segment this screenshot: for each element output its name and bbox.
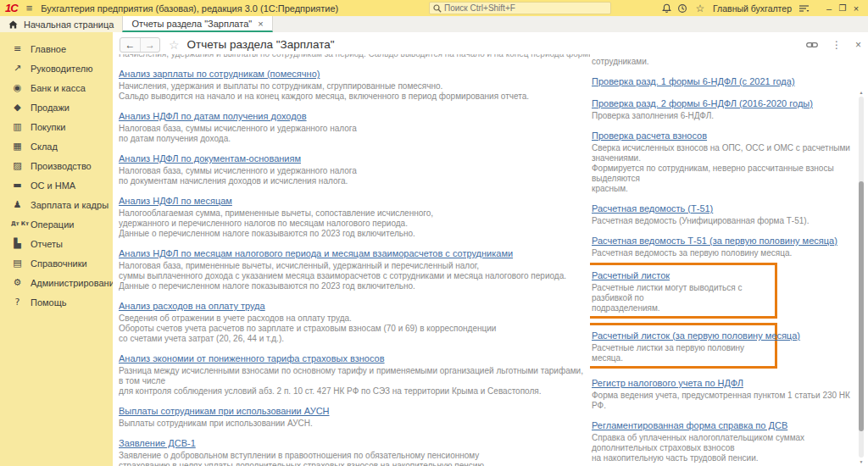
section-sidebar: ≡ Главное ↗ Руководителю ◉ Банк и касса … (0, 32, 113, 466)
report-entry: Проверка расчета взносов Сверка исчислен… (592, 127, 856, 194)
report-link[interactable]: Анализ НДФЛ по датам получения доходов (119, 111, 307, 122)
report-link[interactable]: Расчетный листок (592, 270, 670, 281)
bar-chart-icon: ▙ (11, 238, 24, 249)
report-entry: Заявление ДСВ-1 Заявление о добровольном… (119, 435, 590, 466)
service-menu-icon[interactable] (798, 4, 814, 13)
report-description: Налоговая база, суммы исчисленного и уде… (119, 124, 590, 144)
grid-boxes-icon: ▦ (11, 141, 24, 152)
maximize-button[interactable]: ❐ (836, 3, 849, 13)
report-description: Налогооблагаемая сумма, примененные выче… (119, 208, 590, 239)
report-link[interactable]: Проверка разд. 2 формы 6-НДФЛ (2016-2020… (592, 98, 813, 109)
report-link[interactable]: Анализ НДФЛ по документам-основаниям (119, 153, 301, 164)
favorites-star-icon[interactable]: ☆ (693, 3, 708, 14)
tab-bar: Начальная страница Отчеты раздела "Зарпл… (0, 16, 868, 33)
report-description: Расчетная ведомость за первую половину м… (592, 248, 856, 258)
window-close-button[interactable]: × (849, 3, 863, 14)
sidebar-item-label: Продажи (31, 103, 70, 113)
book-icon: ▤ (11, 258, 24, 269)
report-description: Форма ведения учета, предусмотренная пун… (592, 391, 856, 411)
report-link[interactable]: Анализ экономии от пониженного тарифа ст… (119, 353, 385, 364)
sidebar-item-reports[interactable]: ▙ Отчеты (0, 234, 113, 253)
report-column-left: Начисления, удержания и выплаты по сотру… (119, 54, 590, 466)
report-description: Налоговая база, примененные вычеты, исчи… (119, 261, 590, 291)
report-entry: Регламентированная форма справка по ДСВ … (592, 417, 856, 463)
sidebar-item-fixed-assets[interactable]: ▬ ОС и НМА (0, 175, 113, 195)
report-entry: Расчетный листок (за первую половину мес… (590, 323, 777, 369)
sidebar-item-salary-hr[interactable]: ♟ Зарплата и кадры (0, 195, 113, 214)
report-description: Налоговая база, суммы исчисленного и уде… (119, 166, 590, 186)
report-link[interactable]: Анализ зарплаты по сотрудникам (помесячн… (119, 69, 320, 80)
search-input[interactable] (444, 3, 607, 13)
report-link[interactable]: Выплаты сотрудникам при использовании АУ… (119, 406, 330, 417)
scroll-up-icon[interactable]: ▲ (859, 90, 864, 95)
scrollbar-track[interactable] (859, 97, 864, 458)
coin-icon: ◉ (11, 82, 24, 93)
report-link[interactable]: Проверка разд. 1 формы 6-НДФЛ (с 2021 го… (592, 76, 795, 87)
back-button[interactable]: ← (120, 38, 140, 52)
favorite-star-icon[interactable]: ☆ (169, 38, 180, 52)
sidebar-item-production[interactable]: ▨ Производство (0, 156, 113, 175)
report-description: Сверка исчисленных взносов на ОПС, ОСС и… (592, 143, 856, 194)
clipped-description-line: Начисления, удержания и выплаты по сотру… (119, 54, 590, 61)
cart-icon: ▥ (11, 121, 24, 132)
form-close-icon[interactable]: × (855, 39, 861, 51)
report-description: Начисления, удержания и выплаты по сотру… (119, 81, 590, 102)
sidebar-item-main[interactable]: ≡ Главное (0, 39, 113, 58)
report-entry: Регистр налогового учета по НДФЛ Форма в… (592, 374, 856, 411)
sidebar-item-label: Склад (31, 141, 58, 152)
scroll-down-icon[interactable]: ▼ (859, 459, 864, 464)
page-header: ← → ☆ Отчеты раздела "Зарплата" ⋮ × (113, 32, 868, 55)
notifications-bell-icon[interactable] (662, 3, 677, 14)
sidebar-item-sales[interactable]: ◆ Продажи (0, 97, 113, 117)
report-entry: Расчетная ведомость Т-51 (за первую поло… (592, 232, 856, 258)
report-link[interactable]: Расчетная ведомость Т-51 (за первую поло… (592, 236, 837, 247)
tab-label: Начальная страница (24, 19, 114, 30)
sidebar-item-warehouse[interactable]: ▦ Склад (0, 136, 113, 156)
report-description: Выплаты сотрудникам при использовании АУ… (119, 419, 590, 429)
debit-credit-icon: Дт Кт (11, 221, 24, 227)
sidebar-item-administration[interactable]: ⚙ Администрирование (0, 273, 113, 292)
tab-home-page[interactable]: Начальная страница (0, 16, 122, 32)
scrollbar-thumb[interactable] (859, 181, 864, 431)
bag-icon: ◆ (11, 102, 24, 113)
vertical-scrollbar[interactable]: ▲ ▼ (858, 90, 865, 464)
report-link[interactable]: Расчетный листок (за первую половину мес… (592, 330, 800, 341)
trend-chart-icon: ↗ (11, 63, 24, 74)
title-bar: 1С ≡ Бухгалтерия предприятия (базовая), … (0, 0, 868, 16)
tab-close-icon[interactable]: × (258, 19, 263, 29)
report-link[interactable]: Анализ расходов на оплату труда (119, 301, 265, 312)
sidebar-item-help[interactable]: ? Помощь (0, 292, 113, 312)
sidebar-item-label: Операции (31, 219, 74, 230)
report-entry: Анализ зарплаты по сотрудникам (помесячн… (119, 65, 590, 102)
tab-salary-reports[interactable]: Отчеты раздела "Зарплата" × (122, 16, 272, 32)
get-link-icon[interactable] (806, 41, 818, 49)
report-link[interactable]: Анализ НДФЛ по месяцам налогового период… (119, 248, 513, 259)
report-entry: Анализ НДФЛ по документам-основаниям Нал… (119, 150, 590, 186)
user-role-label[interactable]: Главный бухгалтер (713, 3, 792, 14)
global-search[interactable] (429, 2, 611, 14)
page-title: Отчеты раздела "Зарплата" (187, 38, 335, 51)
report-entry: Проверка разд. 2 формы 6-НДФЛ (2016-2020… (592, 95, 856, 121)
report-link[interactable]: Заявление ДСВ-1 (119, 438, 196, 449)
report-description: Справка об уплаченных налогоплательщиком… (592, 433, 856, 463)
report-link[interactable]: Анализ НДФЛ по месяцам (119, 196, 232, 207)
truck-icon: ▬ (11, 180, 24, 191)
report-column-right: сотрудниками. Проверка разд. 1 формы 6-Н… (590, 54, 856, 466)
main-menu-icon[interactable]: ≡ (26, 2, 33, 14)
sidebar-item-directories[interactable]: ▤ Справочники (0, 253, 113, 273)
sidebar-item-bank-cash[interactable]: ◉ Банк и касса (0, 78, 113, 97)
sidebar-item-purchases[interactable]: ▥ Покупки (0, 117, 113, 136)
report-link[interactable]: Расчетная ведомость (Т-51) (592, 203, 713, 214)
report-description: Проверка заполнения 6-НДФЛ. (592, 111, 856, 121)
sidebar-item-manager[interactable]: ↗ Руководителю (0, 58, 113, 78)
report-entry: Проверка разд. 1 формы 6-НДФЛ (с 2021 го… (592, 73, 856, 89)
minimize-button[interactable]: – (822, 3, 836, 14)
forward-button[interactable]: → (140, 38, 159, 52)
report-link[interactable]: Проверка расчета взносов (592, 130, 707, 141)
more-menu-icon[interactable]: ⋮ (832, 39, 842, 51)
sidebar-item-label: Справочники (31, 258, 87, 269)
sidebar-item-operations[interactable]: Дт Кт Операции (0, 214, 113, 234)
report-link[interactable]: Регламентированная форма справка по ДСВ (592, 420, 787, 431)
history-clock-icon[interactable] (677, 3, 693, 14)
report-link[interactable]: Регистр налогового учета по НДФЛ (592, 378, 743, 389)
